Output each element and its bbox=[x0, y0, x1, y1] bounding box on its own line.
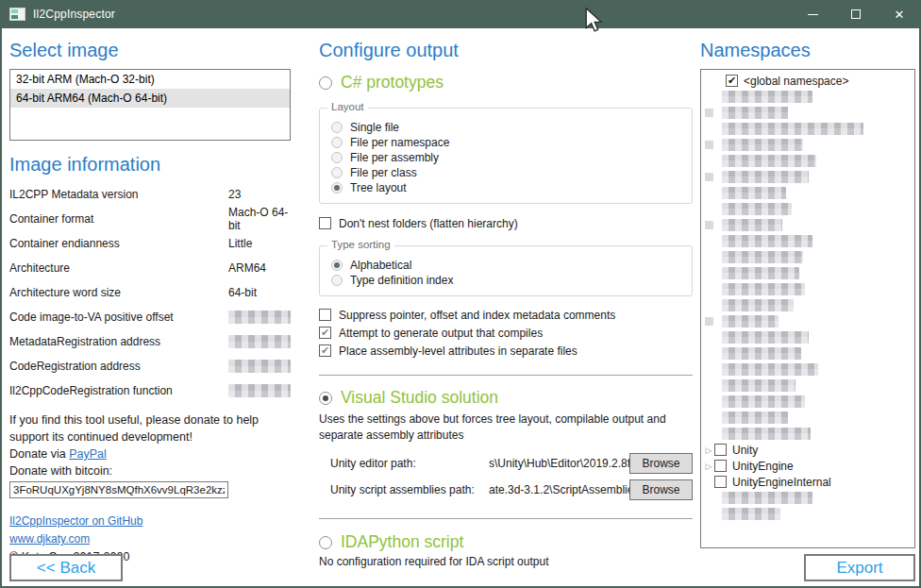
output-option-label: Place assembly-level attributes in separ… bbox=[339, 344, 578, 358]
redacted-namespace-block bbox=[722, 107, 788, 119]
output-option-checkbox[interactable]: ✔ bbox=[319, 344, 331, 357]
donate-via-text: Donate via bbox=[9, 447, 69, 461]
type-sorting-option-row: Type definition index bbox=[331, 273, 682, 287]
info-row-label: MetadataRegistration address bbox=[9, 335, 228, 348]
namespace-row-redacted bbox=[703, 89, 913, 105]
namespace-row-redacted bbox=[703, 137, 913, 153]
expander-icon[interactable]: ▷ bbox=[703, 445, 714, 455]
info-row: Il2CppCodeRegistration function bbox=[9, 384, 291, 396]
info-row-value: 23 bbox=[228, 188, 241, 201]
minimize-icon bbox=[808, 14, 818, 15]
info-row-value: Little bbox=[228, 237, 252, 250]
redacted-namespace-block bbox=[722, 363, 818, 376]
github-link[interactable]: Il2CppInspector on GitHub bbox=[9, 514, 142, 528]
global-namespace-checkbox[interactable]: ✔ bbox=[726, 75, 738, 87]
namespace-label: Unity bbox=[732, 444, 758, 457]
image-list-item-label: 32-bit ARM (Mach-O 32-bit) bbox=[16, 73, 155, 86]
dont-nest-checkbox[interactable]: ✔ bbox=[319, 217, 331, 229]
titlebar[interactable]: Il2CppInspector ✕ bbox=[0, 0, 921, 28]
namespace-checkbox[interactable]: ✔ bbox=[714, 460, 727, 472]
back-button[interactable]: << Back bbox=[9, 554, 123, 581]
info-row-label: Container format bbox=[9, 212, 228, 226]
bitcoin-address-input[interactable] bbox=[9, 481, 228, 498]
redacted-namespace-block bbox=[722, 219, 782, 231]
unity-editor-browse-button[interactable]: Browse bbox=[629, 453, 693, 474]
namespace-row-redacted bbox=[703, 121, 913, 137]
type-sorting-option-radio bbox=[331, 275, 343, 286]
type-sorting-group: Type sorting Alphabetical Type definitio… bbox=[319, 245, 693, 296]
unity-editor-path-value: s\Unity\Hub\Editor\2019.2.8f1 bbox=[489, 457, 629, 470]
app-icon bbox=[9, 8, 25, 21]
namespace-row-redacted bbox=[703, 313, 913, 329]
website-link[interactable]: www.djkaty.com bbox=[9, 532, 90, 546]
info-row-value: ARM64 bbox=[228, 261, 266, 275]
redacted-namespace-block bbox=[722, 395, 805, 408]
type-sorting-option-row: Alphabetical bbox=[331, 258, 682, 272]
namespace-row-redacted bbox=[703, 297, 913, 313]
redacted-namespace-block bbox=[722, 203, 792, 215]
namespace-row-redacted bbox=[703, 490, 913, 506]
redacted-value-block bbox=[228, 311, 291, 324]
namespace-checkbox[interactable]: ✔ bbox=[714, 444, 727, 456]
donate-text: If you find this tool useful, please don… bbox=[9, 412, 285, 445]
output-option-row: ✔ Attempt to generate output that compil… bbox=[319, 324, 693, 342]
app-window: Il2CppInspector ✕ Select image 32-bit AR… bbox=[0, 0, 921, 588]
export-button[interactable]: Export bbox=[804, 554, 915, 581]
namespace-row: ▷ ✔ UnityEngine bbox=[703, 458, 913, 474]
redacted-namespace-block bbox=[722, 379, 795, 392]
csharp-prototypes-radio[interactable] bbox=[319, 76, 332, 90]
global-namespace-label: <global namespace> bbox=[744, 75, 848, 88]
layout-option-row: File per assembly bbox=[331, 150, 682, 164]
info-row-label: Code image-to-VA positive offset bbox=[9, 311, 228, 324]
namespace-row-redacted bbox=[703, 153, 913, 169]
unity-script-browse-button[interactable]: Browse bbox=[629, 479, 693, 500]
layout-group-legend: Layout bbox=[327, 101, 368, 112]
info-row: Architecture word size 64-bit bbox=[9, 286, 291, 298]
info-row-value: Mach-O 64-bit bbox=[228, 206, 291, 232]
redacted-namespace-block bbox=[722, 347, 801, 360]
namespace-checkbox[interactable]: ✔ bbox=[714, 476, 727, 488]
checkmark-icon: ✔ bbox=[321, 344, 329, 357]
section-divider bbox=[319, 375, 693, 376]
namespace-row-redacted bbox=[703, 185, 913, 201]
output-option-checkbox[interactable]: ✔ bbox=[319, 327, 331, 339]
redacted-namespace-block bbox=[722, 315, 779, 328]
unity-script-path-value: ate.3d-3.1.2\ScriptAssemblies bbox=[489, 483, 629, 496]
idapython-description: No configuration required for IDA script… bbox=[319, 554, 693, 570]
output-option-checkbox[interactable]: ✔ bbox=[319, 309, 331, 321]
redacted-expander-block bbox=[705, 109, 713, 117]
idapython-script-radio[interactable] bbox=[319, 536, 332, 549]
namespace-row-redacted bbox=[703, 217, 913, 233]
select-image-header: Select image bbox=[9, 40, 291, 61]
namespace-row-redacted bbox=[703, 201, 913, 217]
redacted-expander-block bbox=[705, 317, 713, 326]
info-row: Container format Mach-O 64-bit bbox=[9, 212, 291, 225]
redacted-namespace-block bbox=[722, 428, 811, 440]
redacted-expander-block bbox=[705, 221, 713, 229]
visual-studio-solution-radio[interactable] bbox=[319, 392, 332, 405]
image-list-item[interactable]: 64-bit ARM64 (Mach-O 64-bit) bbox=[10, 89, 290, 108]
paypal-link[interactable]: PayPal bbox=[69, 447, 107, 461]
info-row-label: Il2CppCodeRegistration function bbox=[9, 384, 228, 397]
layout-option-row: Tree layout bbox=[331, 180, 682, 194]
layout-option-label: Tree layout bbox=[350, 181, 407, 194]
namespace-label: UnityEngineInternal bbox=[732, 476, 831, 489]
output-option-label: Suppress pointer, offset and index metad… bbox=[339, 309, 615, 322]
info-row-label: Container endianness bbox=[9, 237, 228, 250]
idapython-script-label: IDAPython script bbox=[341, 532, 463, 552]
maximize-button[interactable] bbox=[834, 0, 878, 28]
image-list-item[interactable]: 32-bit ARM (Mach-O 32-bit) bbox=[10, 70, 290, 89]
checkmark-icon: ✔ bbox=[321, 327, 329, 339]
redacted-namespace-block bbox=[722, 187, 786, 199]
namespace-row-redacted bbox=[703, 506, 913, 522]
unity-script-path-label: Unity script assemblies path: bbox=[330, 483, 489, 496]
layout-group: Layout Single file File per namespace Fi… bbox=[319, 108, 693, 204]
close-button[interactable]: ✕ bbox=[878, 0, 921, 28]
redacted-namespace-block bbox=[722, 171, 809, 183]
expander-icon[interactable]: ▷ bbox=[703, 462, 714, 471]
namespace-row-redacted bbox=[703, 329, 913, 345]
layout-option-label: Single file bbox=[350, 121, 399, 134]
info-row: Container endianness Little bbox=[9, 237, 291, 249]
minimize-button[interactable] bbox=[791, 0, 834, 28]
maximize-icon bbox=[851, 9, 861, 19]
